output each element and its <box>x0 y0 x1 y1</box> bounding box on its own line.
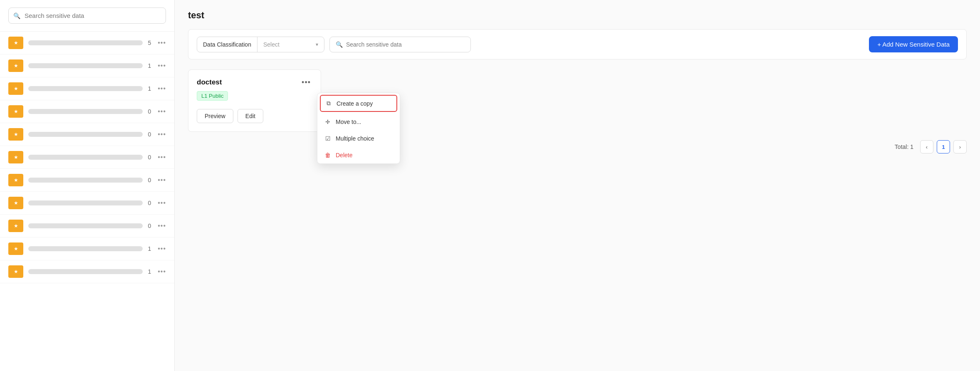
item-label <box>28 246 143 251</box>
search-icon: 🔍 <box>336 41 343 48</box>
item-menu-btn[interactable]: ••• <box>158 222 166 230</box>
item-label <box>28 178 143 183</box>
folder-icon <box>8 37 23 49</box>
item-menu-btn[interactable]: ••• <box>158 268 166 275</box>
toolbar: Data Classification Select ▾ 🔍 + Add New… <box>188 29 967 59</box>
item-count: 0 <box>148 108 151 115</box>
main-search-input[interactable] <box>346 41 465 48</box>
list-item[interactable]: 0 ••• <box>0 215 174 237</box>
item-label <box>28 269 143 274</box>
item-menu-btn[interactable]: ••• <box>158 39 166 47</box>
copy-icon: ⧉ <box>325 100 332 107</box>
list-item[interactable]: 0 ••• <box>0 146 174 169</box>
sidebar: 🔍 5 ••• 1 ••• 1 ••• 0 <box>0 0 175 371</box>
select-value: Select <box>263 41 312 48</box>
sidebar-list: 5 ••• 1 ••• 1 ••• 0 ••• 0 ••• <box>0 32 174 371</box>
item-menu-btn[interactable]: ••• <box>158 131 166 138</box>
list-item[interactable]: 1 ••• <box>0 260 174 283</box>
preview-button[interactable]: Preview <box>197 109 233 123</box>
item-menu-btn[interactable]: ••• <box>158 62 166 69</box>
item-count: 0 <box>148 154 151 161</box>
folder-icon <box>8 59 23 72</box>
item-count: 0 <box>148 177 151 183</box>
item-count: 0 <box>148 131 151 138</box>
menu-item-label: Multiple choice <box>336 135 374 142</box>
main-search-field[interactable]: 🔍 <box>329 37 471 52</box>
item-label <box>28 86 143 91</box>
item-label <box>28 40 143 45</box>
card-menu-button[interactable]: ••• <box>300 78 312 87</box>
list-item[interactable]: 5 ••• <box>0 32 174 54</box>
menu-item-label: Delete <box>336 152 352 158</box>
item-label <box>28 63 143 68</box>
item-label <box>28 109 143 114</box>
item-label <box>28 132 143 137</box>
pagination-prev[interactable]: ‹ <box>920 140 933 153</box>
sidebar-search-input[interactable] <box>8 7 166 24</box>
item-menu-btn[interactable]: ••• <box>158 108 166 115</box>
folder-icon <box>8 197 23 209</box>
classification-select[interactable]: Select ▾ <box>257 37 324 52</box>
pagination-page-1[interactable]: 1 <box>937 140 950 153</box>
list-item[interactable]: 1 ••• <box>0 54 174 77</box>
context-menu: ⧉ Create a copy ✛ Move to... ☑ Multiple … <box>317 93 400 164</box>
menu-item-create-copy[interactable]: ⧉ Create a copy <box>320 95 397 112</box>
cards-area: doctest ••• L1 Public Preview Edit ⧉ Cre… <box>188 69 967 361</box>
folder-icon <box>8 128 23 141</box>
folder-icon <box>8 82 23 95</box>
menu-item-label: Move to... <box>336 119 361 125</box>
filter-group[interactable]: Data Classification Select ▾ <box>197 37 324 52</box>
list-item[interactable]: 1 ••• <box>0 237 174 260</box>
item-count: 1 <box>148 62 151 69</box>
item-count: 1 <box>148 268 151 275</box>
trash-icon: 🗑 <box>324 152 332 158</box>
item-menu-btn[interactable]: ••• <box>158 199 166 207</box>
item-count: 0 <box>148 200 151 206</box>
item-menu-btn[interactable]: ••• <box>158 176 166 184</box>
card-header: doctest ••• <box>197 78 312 87</box>
item-count: 5 <box>148 40 151 46</box>
list-item[interactable]: 0 ••• <box>0 192 174 215</box>
page-title: test <box>188 10 967 21</box>
checkbox-icon: ☑ <box>324 135 332 142</box>
classification-badge: L1 Public <box>197 91 228 101</box>
add-new-button[interactable]: + Add New Sensitive Data <box>869 36 958 52</box>
folder-icon <box>8 151 23 163</box>
folder-icon <box>8 265 23 278</box>
item-count: 1 <box>148 245 151 252</box>
sidebar-search-bar[interactable]: 🔍 <box>0 0 174 32</box>
card-title: doctest <box>197 78 222 87</box>
item-label <box>28 223 143 228</box>
move-icon: ✛ <box>324 119 332 125</box>
list-item[interactable]: 0 ••• <box>0 100 174 123</box>
sidebar-search-icon: 🔍 <box>13 12 20 19</box>
data-card: doctest ••• L1 Public Preview Edit <box>188 69 321 132</box>
item-menu-btn[interactable]: ••• <box>158 153 166 161</box>
menu-item-move-to[interactable]: ✛ Move to... <box>317 114 400 130</box>
pagination: Total: 1 ‹ 1 › <box>188 140 967 153</box>
menu-item-delete[interactable]: 🗑 Delete <box>317 147 400 163</box>
item-menu-btn[interactable]: ••• <box>158 245 166 252</box>
edit-button[interactable]: Edit <box>238 109 263 123</box>
menu-item-multiple-choice[interactable]: ☑ Multiple choice <box>317 130 400 147</box>
list-item[interactable]: 0 ••• <box>0 123 174 146</box>
item-count: 0 <box>148 223 151 229</box>
item-label <box>28 200 143 205</box>
item-count: 1 <box>148 85 151 92</box>
card-actions: Preview Edit <box>197 109 312 123</box>
pagination-next[interactable]: › <box>953 140 967 153</box>
list-item[interactable]: 0 ••• <box>0 169 174 192</box>
item-menu-btn[interactable]: ••• <box>158 85 166 92</box>
menu-item-label: Create a copy <box>337 100 373 107</box>
folder-icon <box>8 105 23 118</box>
folder-icon <box>8 174 23 186</box>
pagination-total: Total: 1 <box>895 143 913 150</box>
item-label <box>28 155 143 160</box>
main-content: test Data Classification Select ▾ 🔍 + Ad… <box>175 0 980 371</box>
filter-label: Data Classification <box>197 37 257 52</box>
chevron-down-icon: ▾ <box>316 42 318 47</box>
list-item[interactable]: 1 ••• <box>0 77 174 100</box>
folder-icon <box>8 242 23 255</box>
folder-icon <box>8 220 23 232</box>
